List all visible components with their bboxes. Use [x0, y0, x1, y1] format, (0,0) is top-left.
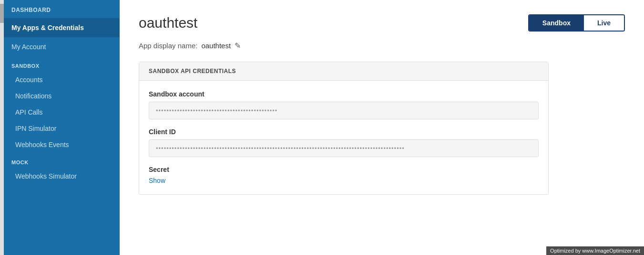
main-header: oauthtest Sandbox Live — [139, 14, 625, 32]
app-display-name-row: App display name: oauthtest ✎ — [139, 41, 625, 50]
sidebar-item-accounts[interactable]: Accounts — [4, 72, 120, 88]
sidebar-item-my-apps[interactable]: My Apps & Credentials — [4, 18, 120, 37]
optimizer-badge: Optimized by www.ImageOptimizer.net — [546, 246, 644, 255]
sidebar-item-notifications[interactable]: Notifications — [4, 88, 120, 104]
edit-icon[interactable]: ✎ — [235, 41, 241, 50]
secret-label: Secret — [149, 166, 539, 173]
credentials-section-title: SANDBOX API CREDENTIALS — [139, 62, 548, 81]
sidebar-mock-section: MOCK — [4, 153, 120, 168]
sidebar: DASHBOARD My Apps & Credentials My Accou… — [4, 0, 120, 255]
main-content: oauthtest Sandbox Live App display name:… — [120, 0, 644, 255]
page-title: oauthtest — [139, 15, 197, 31]
environment-toggle: Sandbox Live — [528, 14, 625, 32]
scroll-thumb[interactable] — [0, 4, 4, 23]
sidebar-item-ipn-simulator[interactable]: IPN Simulator — [4, 120, 120, 137]
display-name-value: oauthtest — [201, 42, 231, 50]
sidebar-item-api-calls[interactable]: API Calls — [4, 104, 120, 120]
sidebar-item-webhooks-simulator[interactable]: Webhooks Simulator — [4, 168, 120, 184]
show-secret-link[interactable]: Show — [149, 177, 165, 184]
sidebar-dashboard-label: DASHBOARD — [4, 0, 120, 18]
live-button[interactable]: Live — [584, 15, 624, 31]
sidebar-item-my-account[interactable]: My Account — [4, 37, 120, 56]
client-id-label: Client ID — [149, 128, 539, 136]
sidebar-item-webhooks-events[interactable]: Webhooks Events — [4, 137, 120, 153]
sandbox-button[interactable]: Sandbox — [529, 15, 584, 31]
sandbox-account-value: ••••••••••••••••••••••••••••••••••••••••… — [149, 102, 539, 119]
credentials-card: SANDBOX API CREDENTIALS Sandbox account … — [139, 62, 549, 195]
sidebar-sandbox-section: SANDBOX — [4, 56, 120, 72]
display-name-label: App display name: — [139, 42, 197, 50]
scrollbar[interactable] — [0, 0, 4, 255]
sandbox-account-label: Sandbox account — [149, 90, 539, 98]
credentials-body: Sandbox account ••••••••••••••••••••••••… — [139, 81, 548, 194]
client-id-value: ••••••••••••••••••••••••••••••••••••••••… — [149, 139, 539, 157]
